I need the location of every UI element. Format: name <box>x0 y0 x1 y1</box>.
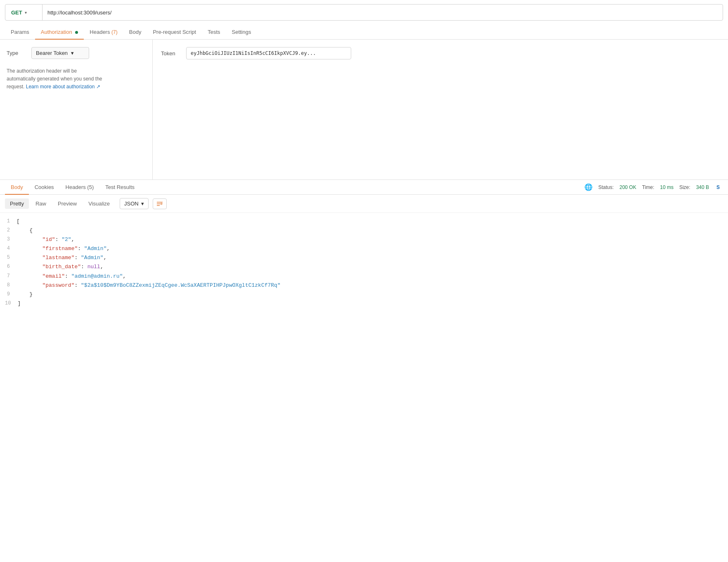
line-content-3: "id": "2", <box>17 235 728 244</box>
response-tabs: Body Cookies Headers (5) Test Results 🌐 … <box>0 180 728 195</box>
time-value: 10 ms <box>660 184 674 190</box>
code-line-6: 6 "birth_date": null, <box>0 262 728 272</box>
tab-headers[interactable]: Headers (7) <box>84 25 123 39</box>
tab-authorization[interactable]: Authorization <box>35 25 84 39</box>
bearer-token-dropdown[interactable]: Bearer Token ▾ <box>31 47 89 59</box>
code-line-7: 7 "email": "admin@admin.ru", <box>0 272 728 281</box>
code-line-3: 3 "id": "2", <box>0 235 728 244</box>
line-content-4: "firstname": "Admin", <box>17 244 728 253</box>
response-tab-cookies[interactable]: Cookies <box>29 180 60 194</box>
token-label: Token <box>161 50 180 57</box>
authorization-dot <box>75 31 78 34</box>
line-content-7: "email": "admin@admin.ru", <box>17 272 728 281</box>
line-content-5: "lastname": "Admin", <box>17 253 728 262</box>
line-num-9: 9 <box>0 290 17 298</box>
line-num-4: 4 <box>0 244 17 253</box>
globe-icon: 🌐 <box>584 183 593 191</box>
tab-body[interactable]: Body <box>123 25 147 39</box>
size-value: 340 B <box>696 184 709 190</box>
time-label: Time: <box>642 184 655 190</box>
auth-right-panel: Token <box>153 40 728 179</box>
headers-badge: (7) <box>111 29 118 35</box>
line-num-2: 2 <box>0 226 17 234</box>
chevron-down-icon: ▾ <box>25 10 27 15</box>
preview-button[interactable]: Preview <box>53 198 82 209</box>
line-content-9: } <box>17 290 728 299</box>
url-bar: GET ▾ <box>5 4 723 21</box>
learn-more-link[interactable]: Learn more about authorization ↗ <box>26 84 100 90</box>
token-input[interactable] <box>186 47 351 59</box>
code-line-1: 1 [ <box>0 217 728 226</box>
raw-button[interactable]: Raw <box>31 198 51 209</box>
line-num-8: 8 <box>0 281 17 289</box>
auth-content: Type Bearer Token ▾ The authorization he… <box>0 40 728 180</box>
json-chevron-icon: ▾ <box>141 201 144 207</box>
response-tab-testresults[interactable]: Test Results <box>99 180 140 194</box>
line-num-7: 7 <box>0 272 17 280</box>
code-line-10: 10 ] <box>0 299 728 308</box>
status-value: 200 OK <box>619 184 636 190</box>
code-line-5: 5 "lastname": "Admin", <box>0 253 728 262</box>
code-line-4: 4 "firstname": "Admin", <box>0 244 728 253</box>
url-input[interactable] <box>43 9 723 16</box>
json-label: JSON <box>124 201 139 207</box>
line-content-1: [ <box>17 217 728 226</box>
method-label: GET <box>11 9 22 16</box>
request-tabs: Params Authorization Headers (7) Body Pr… <box>0 25 728 40</box>
token-row: Token <box>161 47 720 59</box>
line-content-6: "birth_date": null, <box>17 262 728 272</box>
line-content-8: "password": "$2a$10$Dm9YBoC8ZZexmijZEqCg… <box>17 281 728 290</box>
response-code-block: 1 [ 2 { 3 "id": "2", 4 "firstname": "Adm… <box>0 213 728 312</box>
line-content-2: { <box>17 226 728 235</box>
type-label: Type <box>7 50 23 56</box>
size-label: Size: <box>679 184 690 190</box>
line-num-1: 1 <box>0 217 17 225</box>
visualize-button[interactable]: Visualize <box>83 198 115 209</box>
response-tab-headers[interactable]: Headers (5) <box>60 180 100 194</box>
wrap-icon <box>156 201 163 207</box>
line-num-6: 6 <box>0 262 17 271</box>
pretty-button[interactable]: Pretty <box>5 198 29 209</box>
code-line-2: 2 { <box>0 226 728 235</box>
bearer-label: Bearer Token <box>36 50 68 56</box>
tab-params[interactable]: Params <box>5 25 35 39</box>
line-num-3: 3 <box>0 235 17 243</box>
method-selector[interactable]: GET ▾ <box>5 5 43 20</box>
bearer-chevron-icon: ▾ <box>71 50 74 56</box>
tab-settings[interactable]: Settings <box>226 25 257 39</box>
format-bar: Pretty Raw Preview Visualize JSON ▾ <box>0 195 728 213</box>
response-tab-body[interactable]: Body <box>5 180 29 194</box>
save-icon[interactable]: S <box>716 184 720 190</box>
json-format-dropdown[interactable]: JSON ▾ <box>120 198 149 209</box>
code-line-8: 8 "password": "$2a$10$Dm9YBoC8ZZexmijZEq… <box>0 281 728 290</box>
wrap-button[interactable] <box>153 198 167 209</box>
tab-prerequest[interactable]: Pre-request Script <box>147 25 202 39</box>
auth-left-panel: Type Bearer Token ▾ The authorization he… <box>0 40 153 179</box>
code-line-9: 9 } <box>0 290 728 299</box>
type-row: Type Bearer Token ▾ <box>7 47 146 59</box>
line-num-5: 5 <box>0 253 17 262</box>
auth-description: The authorization header will be automat… <box>7 67 146 91</box>
line-content-10: ] <box>17 299 728 308</box>
response-status-row: 🌐 Status: 200 OK Time: 10 ms Size: 340 B… <box>581 183 723 191</box>
status-label: Status: <box>598 184 614 190</box>
line-num-10: 10 <box>0 299 17 307</box>
tab-tests[interactable]: Tests <box>202 25 226 39</box>
